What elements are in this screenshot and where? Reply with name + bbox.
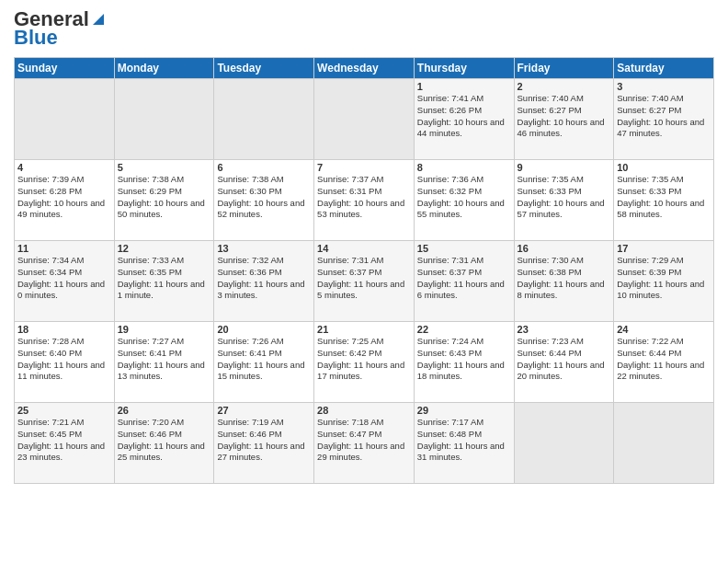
day-info: Sunrise: 7:18 AMSunset: 6:47 PMDaylight:… (317, 417, 411, 464)
day-number: 14 (317, 243, 411, 254)
day-number: 13 (217, 243, 311, 254)
calendar-cell: 6Sunrise: 7:38 AMSunset: 6:30 PMDaylight… (214, 160, 314, 241)
calendar-cell (114, 79, 214, 160)
calendar-week-row: 1Sunrise: 7:41 AMSunset: 6:26 PMDaylight… (15, 79, 714, 160)
calendar-cell: 26Sunrise: 7:20 AMSunset: 6:46 PMDayligh… (114, 403, 214, 484)
day-info: Sunrise: 7:19 AMSunset: 6:46 PMDaylight:… (217, 417, 311, 464)
day-info: Sunrise: 7:34 AMSunset: 6:34 PMDaylight:… (17, 255, 111, 302)
day-number: 23 (518, 324, 611, 335)
day-info: Sunrise: 7:24 AMSunset: 6:43 PMDaylight:… (417, 336, 511, 383)
calendar-cell: 17Sunrise: 7:29 AMSunset: 6:39 PMDayligh… (614, 241, 714, 322)
day-info: Sunrise: 7:30 AMSunset: 6:38 PMDaylight:… (518, 255, 611, 302)
calendar-week-row: 18Sunrise: 7:28 AMSunset: 6:40 PMDayligh… (15, 322, 714, 403)
day-info: Sunrise: 7:17 AMSunset: 6:48 PMDaylight:… (417, 417, 511, 464)
day-info: Sunrise: 7:35 AMSunset: 6:33 PMDaylight:… (518, 174, 611, 221)
calendar-table: SundayMondayTuesdayWednesdayThursdayFrid… (14, 57, 714, 484)
calendar-cell: 19Sunrise: 7:27 AMSunset: 6:41 PMDayligh… (114, 322, 214, 403)
weekday-header-row: SundayMondayTuesdayWednesdayThursdayFrid… (15, 58, 714, 79)
day-info: Sunrise: 7:29 AMSunset: 6:39 PMDaylight:… (617, 255, 711, 302)
calendar-cell (15, 79, 115, 160)
day-number: 7 (317, 162, 411, 173)
calendar-cell: 24Sunrise: 7:22 AMSunset: 6:44 PMDayligh… (614, 322, 714, 403)
day-number: 22 (417, 324, 511, 335)
day-number: 10 (617, 162, 711, 173)
day-number: 16 (518, 243, 611, 254)
day-number: 21 (317, 324, 411, 335)
logo-arrow-icon (93, 14, 104, 25)
calendar-week-row: 4Sunrise: 7:39 AMSunset: 6:28 PMDaylight… (15, 160, 714, 241)
day-number: 8 (417, 162, 511, 173)
day-number: 25 (17, 405, 111, 416)
calendar-cell: 2Sunrise: 7:40 AMSunset: 6:27 PMDaylight… (514, 79, 614, 160)
day-number: 17 (617, 243, 711, 254)
day-info: Sunrise: 7:33 AMSunset: 6:35 PMDaylight:… (118, 255, 211, 302)
calendar-cell: 27Sunrise: 7:19 AMSunset: 6:46 PMDayligh… (214, 403, 314, 484)
day-number: 6 (217, 162, 311, 173)
day-info: Sunrise: 7:28 AMSunset: 6:40 PMDaylight:… (17, 336, 111, 383)
calendar-week-row: 25Sunrise: 7:21 AMSunset: 6:45 PMDayligh… (15, 403, 714, 484)
day-number: 26 (118, 405, 211, 416)
calendar-cell: 8Sunrise: 7:36 AMSunset: 6:32 PMDaylight… (414, 160, 514, 241)
day-number: 19 (118, 324, 211, 335)
day-info: Sunrise: 7:21 AMSunset: 6:45 PMDaylight:… (17, 417, 111, 464)
day-number: 5 (118, 162, 211, 173)
day-number: 3 (617, 81, 711, 92)
day-number: 24 (617, 324, 711, 335)
calendar-cell: 10Sunrise: 7:35 AMSunset: 6:33 PMDayligh… (614, 160, 714, 241)
day-info: Sunrise: 7:25 AMSunset: 6:42 PMDaylight:… (317, 336, 411, 383)
day-info: Sunrise: 7:39 AMSunset: 6:28 PMDaylight:… (17, 174, 111, 221)
calendar-cell (514, 403, 614, 484)
day-info: Sunrise: 7:38 AMSunset: 6:30 PMDaylight:… (217, 174, 311, 221)
calendar-cell (614, 403, 714, 484)
calendar-cell: 9Sunrise: 7:35 AMSunset: 6:33 PMDaylight… (514, 160, 614, 241)
day-number: 12 (118, 243, 211, 254)
day-number: 28 (317, 405, 411, 416)
header: General Blue (14, 9, 714, 50)
day-info: Sunrise: 7:36 AMSunset: 6:32 PMDaylight:… (417, 174, 511, 221)
day-info: Sunrise: 7:23 AMSunset: 6:44 PMDaylight:… (518, 336, 611, 383)
calendar-cell: 1Sunrise: 7:41 AMSunset: 6:26 PMDaylight… (414, 79, 514, 160)
calendar-cell: 20Sunrise: 7:26 AMSunset: 6:41 PMDayligh… (214, 322, 314, 403)
logo: General Blue (14, 9, 104, 50)
weekday-header-wednesday: Wednesday (314, 58, 415, 79)
calendar-cell: 29Sunrise: 7:17 AMSunset: 6:48 PMDayligh… (414, 403, 514, 484)
calendar-cell: 15Sunrise: 7:31 AMSunset: 6:37 PMDayligh… (414, 241, 514, 322)
calendar-cell: 4Sunrise: 7:39 AMSunset: 6:28 PMDaylight… (15, 160, 115, 241)
day-info: Sunrise: 7:22 AMSunset: 6:44 PMDaylight:… (617, 336, 711, 383)
day-number: 15 (417, 243, 511, 254)
weekday-header-sunday: Sunday (15, 58, 115, 79)
calendar-cell: 5Sunrise: 7:38 AMSunset: 6:29 PMDaylight… (114, 160, 214, 241)
weekday-header-saturday: Saturday (614, 58, 714, 79)
calendar-cell: 3Sunrise: 7:40 AMSunset: 6:27 PMDaylight… (614, 79, 714, 160)
day-number: 18 (17, 324, 111, 335)
day-number: 29 (417, 405, 511, 416)
day-info: Sunrise: 7:40 AMSunset: 6:27 PMDaylight:… (518, 93, 611, 140)
day-number: 2 (518, 81, 611, 92)
logo-blue: Blue (14, 26, 58, 50)
day-info: Sunrise: 7:38 AMSunset: 6:29 PMDaylight:… (118, 174, 211, 221)
weekday-header-monday: Monday (114, 58, 214, 79)
weekday-header-tuesday: Tuesday (214, 58, 314, 79)
weekday-header-friday: Friday (514, 58, 614, 79)
calendar-cell: 18Sunrise: 7:28 AMSunset: 6:40 PMDayligh… (15, 322, 115, 403)
calendar-cell (214, 79, 314, 160)
calendar-cell: 14Sunrise: 7:31 AMSunset: 6:37 PMDayligh… (314, 241, 415, 322)
calendar-cell: 7Sunrise: 7:37 AMSunset: 6:31 PMDaylight… (314, 160, 415, 241)
calendar-cell: 16Sunrise: 7:30 AMSunset: 6:38 PMDayligh… (514, 241, 614, 322)
calendar-cell: 12Sunrise: 7:33 AMSunset: 6:35 PMDayligh… (114, 241, 214, 322)
day-number: 27 (217, 405, 311, 416)
page: General Blue SundayMondayTuesdayWednesda… (0, 0, 728, 563)
day-info: Sunrise: 7:32 AMSunset: 6:36 PMDaylight:… (217, 255, 311, 302)
calendar-cell (314, 79, 415, 160)
day-number: 9 (518, 162, 611, 173)
calendar-cell: 22Sunrise: 7:24 AMSunset: 6:43 PMDayligh… (414, 322, 514, 403)
day-info: Sunrise: 7:35 AMSunset: 6:33 PMDaylight:… (617, 174, 711, 221)
day-number: 11 (17, 243, 111, 254)
calendar-cell: 23Sunrise: 7:23 AMSunset: 6:44 PMDayligh… (514, 322, 614, 403)
day-info: Sunrise: 7:27 AMSunset: 6:41 PMDaylight:… (118, 336, 211, 383)
calendar-cell: 21Sunrise: 7:25 AMSunset: 6:42 PMDayligh… (314, 322, 415, 403)
calendar-cell: 28Sunrise: 7:18 AMSunset: 6:47 PMDayligh… (314, 403, 415, 484)
day-info: Sunrise: 7:40 AMSunset: 6:27 PMDaylight:… (617, 93, 711, 140)
weekday-header-thursday: Thursday (414, 58, 514, 79)
day-number: 4 (17, 162, 111, 173)
